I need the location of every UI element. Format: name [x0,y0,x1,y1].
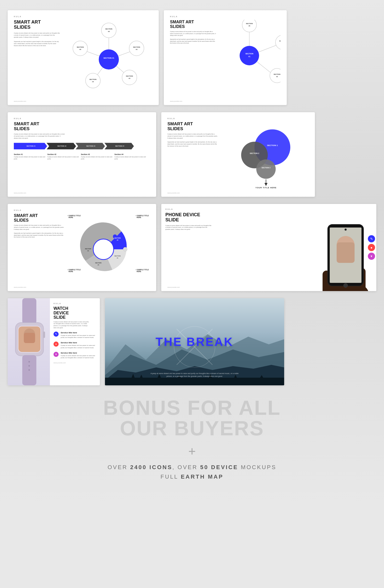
row-4: KULA WatchDeviceSlide A peep at some dis… [8,298,376,385]
svg-text:#2: #2 [276,76,278,77]
svg-point-34 [270,68,281,83]
arrow-3: SECTION #3 [76,143,105,149]
svg-point-41 [256,159,276,179]
watch-slide-text: KULA WatchDeviceSlide A peep at some dis… [50,298,100,385]
svg-text:#5: #5 [79,48,81,50]
section-label-4: Section #4 [114,153,146,155]
slide-card-5: KULA SMART ARTSLIDES A peep at some dist… [8,204,156,291]
device-count: 50 DEVICE [200,464,238,470]
brand-watch: KULA [54,302,96,305]
slide-card-1: KULA SMART ARTSLIDES A peep at some dist… [8,10,159,105]
svg-point-83 [28,369,30,371]
svg-text:SECTION: SECTION [89,78,97,80]
slide-card-2: KULA SMART ARTSLIDES A peep at some dist… [164,10,287,105]
slide-body-1: A peep at some distant orb has power to … [14,32,60,47]
svg-text:SECTION: SECTION [279,40,281,42]
svg-point-47 [123,247,127,251]
url-4: www.yoursite.com [167,192,180,194]
break-body: A peep at some distant orb has power to … [150,372,239,378]
slide-title-2: SMART ARTSLIDES [170,20,216,29]
section-desc-1: A peep at some distant orb has power to … [14,156,46,160]
svg-text:SECTION: SECTION [246,23,253,24]
svg-text:SECTION: SECTION [133,46,140,48]
svg-rect-72 [22,298,36,324]
section-label-1: Section #1 [14,153,46,155]
svg-text:SECTION 2: SECTION 2 [250,152,259,154]
icon-pin: ▼ [368,253,375,260]
svg-text:SECTION: SECTION [105,28,112,30]
svg-text:#1: #1 [248,56,250,57]
service-icon-1: ✎ [54,332,59,337]
svg-text:#4: #4 [92,81,94,82]
url-3: www.yoursite.com [14,192,26,194]
slide-title-3: SMART ARTSLIDES [14,122,65,131]
svg-text:SECTION: SECTION [245,53,253,55]
watch-slide-inner: KULA WatchDeviceSlide A peep at some dis… [8,298,100,385]
service-title-2: Service title here [61,342,96,344]
section-col-3: Section #3 A peep at some distant orb ha… [81,153,113,160]
slide-inner-1: KULA SMART ARTSLIDES A peep at some dist… [8,10,159,105]
slide-inner-3: KULA SMART ARTSLIDES A peep at some dist… [8,112,156,197]
icon-edit: ✎ [368,235,375,242]
break-title-container: THE BREAK [156,335,233,349]
svg-point-70 [344,283,348,287]
brand-1: KULA [14,15,153,18]
svg-text:#3: #3 [87,250,89,252]
service-text-2: Service title here A peep at some distan… [61,342,96,349]
bonus-sub: OVER 2400 ICONS, OVER 50 DEVICE MOCKUPS … [8,462,376,482]
watch-title: WatchDeviceSlide [54,306,96,320]
section-col-1: Section #1 A peep at some distant orb ha… [14,153,46,160]
svg-text:#1: #1 [117,257,118,259]
svg-text:#4: #4 [98,264,99,266]
slide-card-3: KULA SMART ARTSLIDES A peep at some dist… [8,112,156,197]
arrow-1: SECTION #1 [14,143,47,149]
slide-title-4: SMART ARTSLIDES [167,122,224,131]
url-2: www.yoursite.com [170,100,182,102]
url-1: www.yoursite.com [14,100,26,102]
row-1: KULA SMART ARTSLIDES A peep at some dist… [8,10,376,105]
service-title-3: Service title here [61,352,96,354]
service-desc-2: A peep at some distant orb has power to … [61,344,96,349]
brand-5: KULA [14,209,150,211]
icon-circle: ● [368,244,375,251]
brand-2: KULA [170,15,281,18]
section-label-2: Section #2 [47,153,79,155]
slide-title-5: SMART ARTSLIDES [14,213,65,222]
service-icon-2: ● [54,342,59,347]
section-desc-3: A peep at some distant orb has power to … [81,156,113,160]
svg-text:#3: #3 [129,77,130,79]
svg-point-5 [99,49,119,70]
slide-body-2: A peep at some distant orb has power to … [170,31,216,44]
section-col-4: Section #4 A peep at some distant orb ha… [114,153,146,160]
service-3: ▼ Service title here A peep at some dist… [54,352,96,359]
phone-slide-body: A peep at some distant orb has power to … [165,225,211,231]
svg-text:SECTION: SECTION [85,248,91,250]
earth-map: EARTH MAP [181,473,223,480]
slide-body-3: A peep at some distant orb has power to … [14,133,65,139]
section-col-2: Section #2 A peep at some distant orb ha… [47,153,79,160]
svg-point-71 [345,229,347,231]
brand-3: KULA [14,117,150,120]
phone-icon-dots: ✎ ● ▼ [368,235,376,260]
svg-text:#5: #5 [108,30,110,32]
slide-body-4: A peep at some distant orb has power to … [167,133,219,147]
svg-text:SECTION 1: SECTION 1 [267,144,278,147]
svg-point-82 [28,365,30,367]
page-wrapper: KULA SMART ARTSLIDES A peep at some dist… [0,0,384,505]
url-phone: www.yoursite.com [167,286,180,288]
arrow-4: SECTION #4 [104,143,134,149]
svg-text:SECTION: SECTION [114,237,121,239]
service-text-3: Service title here A peep at some distan… [61,352,96,359]
svg-text:SECTION: SECTION [126,75,133,77]
break-title: THE BREAK [156,335,233,349]
icons-count: 2400 ICONS [130,464,173,470]
svg-rect-69 [330,228,361,283]
svg-text:#5: #5 [249,25,250,27]
section-label-3: Section #3 [81,153,113,155]
service-icon-3: ▼ [54,352,59,357]
svg-text:#2: #2 [136,48,137,50]
row-2: KULA SMART ARTSLIDES A peep at some dist… [8,112,376,197]
svg-point-81 [28,361,30,363]
arrow-2: SECTION #2 [47,143,76,149]
plus-sign: + [8,444,376,459]
